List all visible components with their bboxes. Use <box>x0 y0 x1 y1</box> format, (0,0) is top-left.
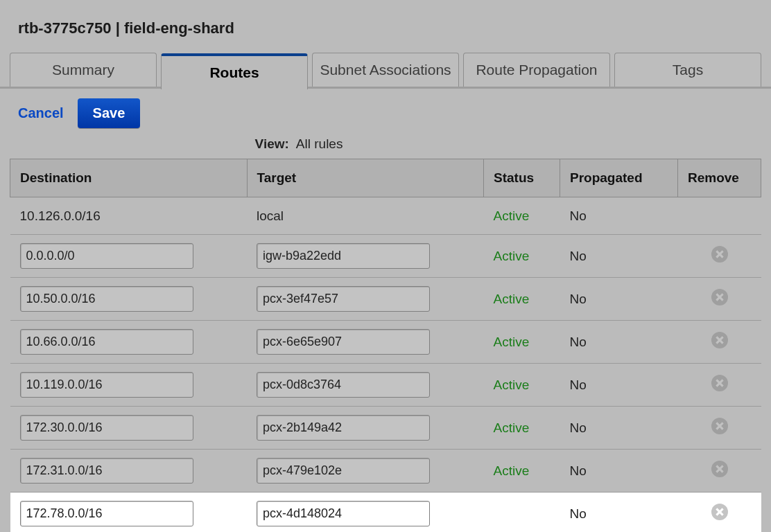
tab-summary[interactable]: Summary <box>10 53 157 89</box>
destination-input[interactable] <box>20 415 193 441</box>
propagated-text: No <box>570 249 587 263</box>
tab-route-propagation[interactable]: Route Propagation <box>463 53 610 89</box>
table-row: ActiveNo <box>10 235 761 278</box>
table-row: ActiveNo <box>10 364 761 407</box>
table-row: ActiveNo <box>10 450 761 493</box>
destination-input[interactable] <box>20 501 193 526</box>
table-row: ActiveNo <box>10 278 761 321</box>
close-icon[interactable] <box>711 418 728 434</box>
target-text: local <box>257 209 284 223</box>
propagated-text: No <box>570 463 587 478</box>
col-target[interactable]: Target <box>247 159 484 197</box>
routes-table: Destination Target Status Propagated Rem… <box>10 159 761 532</box>
target-input[interactable] <box>257 415 430 441</box>
status-text: Active <box>494 209 530 223</box>
col-remove: Remove <box>678 159 761 197</box>
target-input[interactable] <box>257 243 430 269</box>
close-icon[interactable] <box>711 504 728 520</box>
target-input[interactable] <box>257 501 430 526</box>
col-status[interactable]: Status <box>484 159 560 197</box>
close-icon[interactable] <box>711 461 728 477</box>
destination-input[interactable] <box>20 458 193 484</box>
close-icon[interactable] <box>711 289 728 305</box>
propagated-text: No <box>570 506 587 521</box>
destination-text: 10.126.0.0/16 <box>20 209 101 223</box>
destination-input[interactable] <box>20 243 193 269</box>
status-text: Active <box>494 292 530 306</box>
status-text: Active <box>494 463 530 478</box>
save-button[interactable]: Save <box>78 98 141 128</box>
target-input[interactable] <box>257 329 430 355</box>
propagated-text: No <box>570 420 587 435</box>
close-icon[interactable] <box>711 332 728 348</box>
status-text: Active <box>494 249 530 263</box>
destination-input[interactable] <box>20 372 193 398</box>
close-icon[interactable] <box>711 246 728 263</box>
propagated-text: No <box>570 209 587 223</box>
status-text: Active <box>494 335 530 349</box>
target-input[interactable] <box>257 372 430 398</box>
target-input[interactable] <box>257 458 430 484</box>
table-row: 10.126.0.0/16localActiveNo <box>10 197 761 235</box>
destination-input[interactable] <box>20 286 193 312</box>
tab-tags[interactable]: Tags <box>614 53 761 89</box>
tab-routes[interactable]: Routes <box>161 53 308 89</box>
view-value[interactable]: All rules <box>296 136 343 152</box>
propagated-text: No <box>570 378 587 392</box>
table-row: ActiveNo <box>10 407 761 450</box>
close-icon[interactable] <box>711 375 728 391</box>
table-row: No <box>10 493 761 533</box>
page-title: rtb-3775c750 | field-eng-shard <box>0 11 771 53</box>
cancel-button[interactable]: Cancel <box>18 105 64 121</box>
target-input[interactable] <box>257 286 430 312</box>
tab-subnet-associations[interactable]: Subnet Associations <box>312 53 459 89</box>
propagated-text: No <box>570 335 587 349</box>
col-propagated[interactable]: Propagated <box>560 159 678 197</box>
destination-input[interactable] <box>20 329 193 355</box>
propagated-text: No <box>570 292 587 306</box>
status-text: Active <box>494 420 530 435</box>
status-text: Active <box>494 378 530 392</box>
view-label: View: <box>255 136 289 152</box>
table-row: ActiveNo <box>10 321 761 364</box>
col-destination[interactable]: Destination <box>10 159 248 197</box>
tabs: Summary Routes Subnet Associations Route… <box>0 53 771 89</box>
